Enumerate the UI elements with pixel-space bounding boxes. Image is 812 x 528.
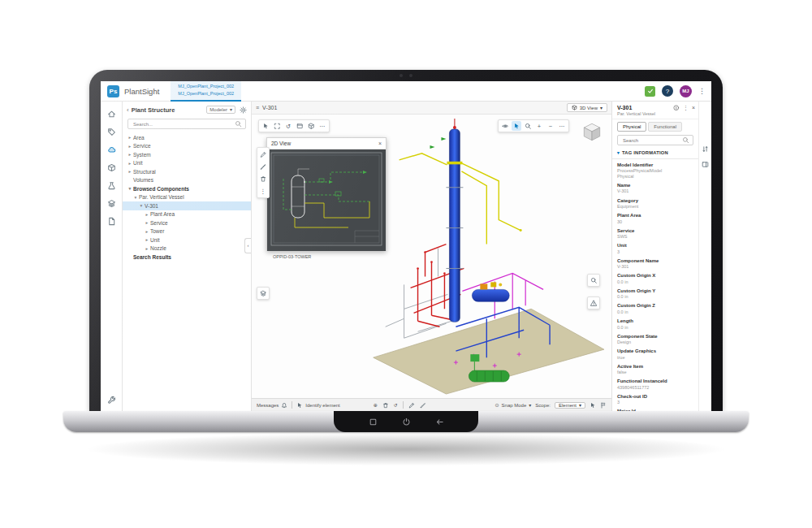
- tree-chevron-icon[interactable]: ▸: [144, 220, 150, 225]
- avatar[interactable]: MJ: [680, 85, 692, 97]
- tree-chevron-icon[interactable]: ▾: [138, 203, 145, 208]
- pencil-button[interactable]: [258, 149, 268, 159]
- panel-more-icon[interactable]: ⋮: [683, 105, 689, 110]
- window-button[interactable]: [295, 121, 304, 131]
- tree-chevron-icon[interactable]: ▸: [144, 212, 150, 217]
- minus-button[interactable]: −: [546, 121, 555, 131]
- square-icon[interactable]: [369, 418, 378, 426]
- rail-item-home[interactable]: [106, 109, 118, 119]
- tree-item-tower[interactable]: ▸Tower: [123, 227, 251, 236]
- scope-select[interactable]: Element ▾: [555, 402, 585, 409]
- draw-button[interactable]: [408, 402, 415, 409]
- cursor-button[interactable]: [512, 121, 521, 131]
- layers-button[interactable]: [257, 287, 270, 300]
- select-tool-button[interactable]: [590, 402, 596, 409]
- view-cube[interactable]: [581, 121, 603, 144]
- tab-physical[interactable]: Physical: [617, 122, 646, 132]
- tree-item-search-results[interactable]: Search Results: [123, 253, 251, 262]
- plus-button[interactable]: +: [534, 121, 544, 131]
- tree-item-v-301[interactable]: ▾V-301: [123, 201, 251, 210]
- rail-item-cloud[interactable]: [106, 145, 118, 155]
- tree-item-service[interactable]: ▸Service: [123, 142, 251, 151]
- tree-item-volumes[interactable]: Volumes: [123, 176, 251, 185]
- back-chevron-icon[interactable]: ‹: [127, 106, 129, 114]
- tree-chevron-icon[interactable]: ▸: [127, 144, 133, 149]
- tree-search-input[interactable]: [132, 121, 235, 128]
- tower-v301[interactable]: [449, 129, 460, 322]
- rail-item-wrench[interactable]: [106, 395, 118, 405]
- horizontal-drum[interactable]: [472, 289, 509, 301]
- rail-item-layers[interactable]: [106, 198, 118, 209]
- paint-button[interactable]: [420, 402, 426, 409]
- tree-chevron-icon[interactable]: ▸: [127, 152, 133, 157]
- properties-search-input[interactable]: [621, 137, 682, 144]
- warning-button[interactable]: [587, 296, 600, 309]
- trash-button[interactable]: [258, 174, 268, 184]
- back-icon[interactable]: [435, 418, 444, 426]
- help-icon[interactable]: ?: [662, 85, 673, 97]
- green-drum[interactable]: [469, 370, 509, 382]
- tree-item-area[interactable]: ▸Area: [123, 133, 251, 142]
- zoom-button[interactable]: [587, 274, 600, 287]
- close-icon[interactable]: ×: [378, 141, 382, 146]
- properties-search[interactable]: [617, 135, 693, 145]
- gear-icon[interactable]: [240, 106, 247, 114]
- tree-item-system[interactable]: ▸System: [123, 150, 251, 159]
- fit-button[interactable]: [272, 121, 282, 131]
- rotate-button[interactable]: ↺: [283, 121, 293, 131]
- flag-tool-button[interactable]: [600, 402, 607, 409]
- rail-item-tag[interactable]: [106, 127, 118, 137]
- tag-information-section[interactable]: ▾ TAG INFORMATION: [612, 149, 698, 159]
- sort-icon[interactable]: [702, 145, 709, 153]
- tree-chevron-icon[interactable]: ▾: [127, 186, 133, 191]
- tree-chevron-icon[interactable]: ▸: [144, 229, 150, 234]
- rail-item-document[interactable]: [106, 216, 118, 227]
- eye-button[interactable]: [500, 121, 510, 131]
- view-2d-canvas[interactable]: [267, 149, 386, 251]
- view-2d-window[interactable]: 2D View ×: [266, 137, 387, 251]
- rail-item-beaker[interactable]: [106, 180, 118, 191]
- tree-item-plant-area[interactable]: ▸Plant Area: [123, 210, 251, 219]
- tree-chevron-icon[interactable]: ▸: [144, 237, 150, 242]
- cursor-button[interactable]: [261, 121, 270, 131]
- tree-chevron-icon[interactable]: ▸: [127, 161, 133, 166]
- more-h-button[interactable]: ⋯: [317, 121, 327, 131]
- cube-button[interactable]: [306, 121, 316, 131]
- pan-button[interactable]: ⊕: [374, 403, 378, 408]
- tree-chevron-icon[interactable]: ▾: [132, 195, 139, 200]
- rail-item-cube[interactable]: [106, 162, 118, 173]
- panel-layout-icon[interactable]: [702, 161, 709, 168]
- snap-mode-button[interactable]: ⊙ Snap Mode ▾: [495, 403, 532, 408]
- power-icon[interactable]: [402, 418, 411, 426]
- panel-collapse-handle[interactable]: ‹: [244, 238, 251, 253]
- tree-chevron-icon[interactable]: ▸: [144, 246, 150, 251]
- tree-item-unit[interactable]: ▸Unit: [123, 159, 251, 168]
- mode-select[interactable]: Modeler ▾: [206, 106, 235, 114]
- view-mode-button[interactable]: 3D View ▾: [567, 103, 607, 112]
- tree-chevron-icon[interactable]: ▸: [127, 135, 133, 140]
- canvas-menu-icon[interactable]: ≡: [256, 105, 259, 110]
- more-h-button[interactable]: ⋯: [557, 121, 567, 131]
- brush-button[interactable]: [258, 162, 268, 171]
- tree-chevron-icon[interactable]: ▸: [127, 169, 133, 174]
- search-button[interactable]: [523, 121, 533, 131]
- delete-button[interactable]: [382, 402, 389, 409]
- info-icon[interactable]: [673, 105, 680, 111]
- tree-item-nozzle[interactable]: ▸Nozzle: [123, 245, 251, 253]
- tree-item-service[interactable]: ▸Service: [123, 219, 251, 227]
- tree-item-structural[interactable]: ▸Structural: [123, 167, 251, 176]
- tree-item-unit[interactable]: ▸Unit: [123, 236, 251, 245]
- plantsight-logo[interactable]: Ps: [107, 85, 119, 97]
- tree-search[interactable]: [127, 119, 246, 129]
- messages-button[interactable]: Messages: [257, 402, 287, 409]
- more-v-button[interactable]: ⋮: [258, 186, 268, 196]
- status-badge[interactable]: [645, 86, 655, 97]
- tab-functional[interactable]: Functional: [648, 122, 682, 132]
- undo-button[interactable]: ↺: [394, 403, 398, 408]
- tree-item-browsed-components[interactable]: ▾Browsed Components: [123, 184, 251, 193]
- canvas-3d[interactable]: ↺⋯ +−⋯ ⋮: [252, 115, 611, 398]
- tree-item-par-vertical-vessel[interactable]: ▾Par. Vertical Vessel: [123, 193, 251, 202]
- view-2d-titlebar[interactable]: 2D View ×: [267, 138, 386, 149]
- close-icon[interactable]: ×: [692, 105, 695, 110]
- identify-element-button[interactable]: Identify element: [296, 402, 339, 409]
